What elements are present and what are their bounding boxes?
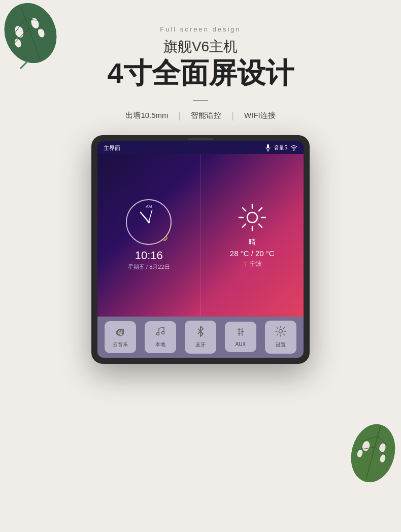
status-main-label: 主界面: [104, 144, 120, 152]
mic-icon: [265, 144, 271, 151]
volume-label: 音量5: [274, 144, 287, 151]
weather-condition: 晴: [249, 238, 256, 247]
btn-aux[interactable]: AUX: [225, 322, 256, 352]
svg-line-37: [243, 224, 246, 227]
svg-rect-45: [122, 332, 124, 334]
left-panel-clock: AM 🌙 10:16 星期五 / 8月22日: [97, 154, 201, 317]
btn-local[interactable]: 本地: [145, 321, 176, 353]
svg-point-1: [0, 0, 65, 70]
svg-line-34: [243, 208, 246, 211]
screen-main: AM 🌙 10:16 星期五 / 8月22日: [97, 154, 304, 317]
moon-icon: 🌙: [161, 235, 168, 241]
svg-point-26: [293, 150, 294, 151]
bottom-buttons: 云音乐 本地: [97, 317, 304, 358]
leaf-decoration-top-left: [0, 0, 61, 66]
device-screen: 主界面 音量5: [97, 141, 304, 358]
feature-voice: 智能语控: [191, 111, 221, 120]
pin-icon: 📍: [242, 261, 248, 267]
aux-icon: [235, 327, 246, 339]
sep-1: |: [179, 110, 181, 121]
sun-icon: [237, 202, 268, 235]
sep-2: |: [231, 110, 234, 121]
cloud-music-icon: [115, 326, 126, 339]
settings-icon: [275, 326, 286, 339]
temp-display: 28 °C / 20 °C: [230, 249, 275, 258]
svg-line-35: [259, 224, 262, 227]
svg-point-47: [162, 331, 164, 334]
btn-cloud-music[interactable]: 云音乐: [105, 321, 136, 353]
btn-settings-label: 设置: [276, 341, 286, 349]
device-wrapper: 主界面 音量5: [0, 135, 401, 364]
location-name: 宁波: [250, 260, 262, 268]
features-row: 出墙10.5mm | 智能语控 | WIFI连接: [0, 110, 401, 121]
svg-point-38: [247, 212, 257, 223]
btn-aux-label: AUX: [236, 341, 246, 347]
btn-cloud-music-label: 云音乐: [113, 341, 128, 348]
svg-line-28: [149, 210, 152, 222]
feature-wifi: WIFI连接: [244, 111, 276, 120]
analog-clock: AM 🌙: [126, 199, 172, 245]
device-outer: 主界面 音量5: [91, 135, 310, 364]
divider: [193, 100, 208, 101]
sun-svg: [237, 202, 268, 233]
time-display: 10:16: [135, 249, 163, 262]
svg-point-29: [148, 221, 150, 224]
right-panel-weather: 晴 28 °C / 20 °C 📍 宁波: [201, 154, 304, 317]
local-music-icon: [155, 326, 166, 339]
svg-point-53: [279, 329, 282, 333]
btn-settings[interactable]: 设置: [265, 321, 296, 354]
btn-bluetooth-label: 蓝牙: [195, 341, 206, 349]
status-bar: 主界面 音量5: [97, 141, 304, 154]
svg-rect-23: [267, 144, 269, 148]
svg-line-27: [141, 212, 149, 222]
svg-point-43: [120, 331, 123, 334]
status-icons: 音量5: [265, 144, 297, 151]
bluetooth-icon: [196, 326, 205, 339]
svg-line-36: [259, 208, 262, 211]
location-display: 📍 宁波: [242, 260, 262, 268]
wifi-icon: [290, 145, 297, 151]
btn-bluetooth[interactable]: 蓝牙: [185, 321, 216, 354]
svg-rect-44: [117, 332, 118, 334]
svg-point-46: [157, 332, 159, 335]
btn-local-label: 本地: [155, 341, 165, 348]
feature-wall: 出墙10.5mm: [125, 111, 168, 120]
date-display: 星期五 / 8月22日: [128, 263, 170, 271]
leaf-decoration-bottom-right: [345, 415, 401, 491]
